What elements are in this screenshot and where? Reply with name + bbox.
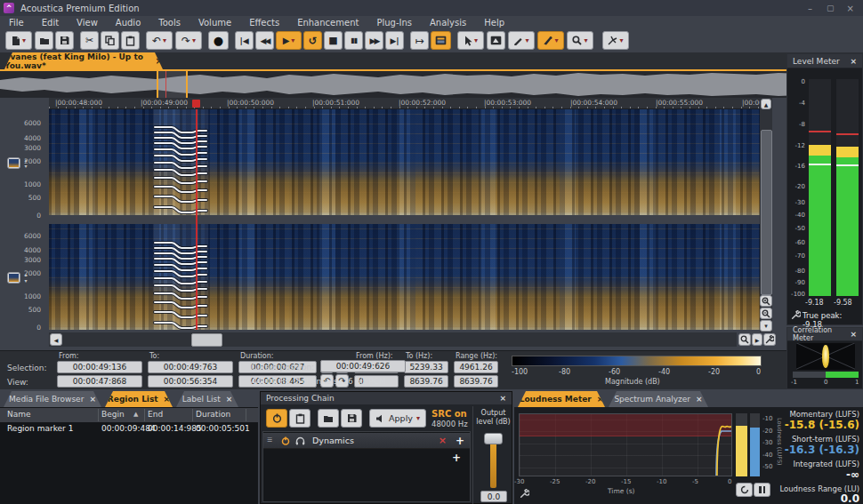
tab-close-icon[interactable]: × [597,395,604,404]
chain-item-dynamics[interactable]: ☰ Dynamics × + [263,433,470,449]
zoom-tool-caret[interactable]: ▾ [584,37,587,44]
document-tab[interactable]: Svanes (feat King Milo) - Up to You.wav*… [4,52,163,69]
stop-button[interactable]: ■ [324,31,343,50]
editor-settings-button[interactable] [763,333,776,346]
menu-enhancement[interactable]: Enhancement [288,18,367,28]
overview-marker-right[interactable] [186,71,188,98]
region-table-row[interactable]: Region marker 1 00:00:09:484 00:00:14:98… [0,423,258,436]
copy-button[interactable] [101,31,119,50]
loudness-pause-button[interactable] [754,483,770,497]
chain-power-button[interactable] [266,409,287,428]
new-file-caret[interactable]: ▾ [22,37,26,44]
ruler-cursor-marker[interactable] [192,100,200,108]
menu-plugins[interactable]: Plug-Ins [367,18,421,28]
skip-end-button[interactable]: ▶| [385,31,404,50]
column-end[interactable]: End [148,410,163,419]
menu-view[interactable]: View [68,18,107,28]
tab-close-icon[interactable]: × [226,395,233,404]
overview-marker-left[interactable] [157,71,158,98]
record-button[interactable]: ● [208,31,229,50]
cut-button[interactable]: ✂ [80,31,99,50]
scroll-up-button[interactable]: ▲ [761,99,771,109]
apply-caret[interactable]: ▾ [416,415,420,422]
region-tool-button[interactable] [487,31,505,50]
skip-start-button[interactable]: |◀ [235,31,254,50]
open-file-button[interactable] [35,31,53,50]
selection-to-field[interactable]: 00:00:49:763 [148,361,233,373]
spinner-down-icon[interactable]: ▾ [24,277,27,284]
sort-ascending-icon[interactable]: ▲ [133,411,138,418]
fast-forward-button[interactable]: ▶▶ [365,31,383,50]
chain-load-button[interactable] [318,409,339,428]
paste-button[interactable] [121,31,140,50]
column-name[interactable]: Name [7,410,31,419]
view-to-field[interactable]: 00:00:56:354 [148,375,233,388]
undo-button[interactable]: ↶▾ [146,31,173,50]
cursor-position-field[interactable]: 00:00:49:626 [320,360,406,372]
column-begin[interactable]: Begin [101,410,125,419]
pen-tool-button[interactable]: ▾ [508,31,535,50]
tab-label-list[interactable]: Label List × [176,391,238,407]
rewind-button[interactable]: ◀◀ [255,31,274,50]
chain-save-button[interactable] [341,409,362,428]
vertical-scroll-thumb[interactable] [761,130,772,295]
horizontal-scroll-thumb[interactable] [191,333,222,347]
menu-tools[interactable]: Tools [149,18,190,28]
menu-file[interactable]: File [0,18,33,28]
menu-effects[interactable]: Effects [240,18,288,28]
redo-button[interactable]: ↷▾ [175,31,202,50]
zoom-tool-button[interactable]: ▾ [567,31,593,50]
view-to-hz-field[interactable]: 8639.76 [404,375,448,388]
pen-tool-caret[interactable]: ▾ [525,37,528,44]
redo-caret[interactable]: ▾ [192,37,196,44]
horizontal-scrollbar[interactable]: ◀ [49,332,737,347]
play-button[interactable]: ▶▾ [276,31,302,50]
chain-clipboard-button[interactable] [289,409,311,428]
scroll-right-button[interactable]: ▶ [752,333,762,346]
view-range-hz-field[interactable]: 8639.76 [454,375,498,388]
loop-playback-button[interactable]: ↺ [303,31,322,50]
tab-region-list[interactable]: Region List × [105,391,173,407]
pause-button[interactable]: ▮▮ [344,31,363,50]
headphones-icon[interactable] [295,436,305,445]
selection-tool-caret[interactable]: ▾ [474,37,478,44]
wrench-icon[interactable] [791,310,801,320]
save-file-button[interactable] [55,31,74,50]
selection-tool-button[interactable]: ▾ [457,31,484,50]
tab-media-file-browser[interactable]: Media File Browser × [4,391,101,407]
output-level-value-field[interactable]: 0.0 [480,491,507,502]
region-table-header[interactable]: Name Begin ▲ End Duration [0,408,258,422]
maximize-button[interactable]: ▢ [827,4,835,12]
time-ruler[interactable]: |00:00:48:000 |00:00:49:000 |00:00:50:00… [49,98,760,109]
waveform-overview[interactable] [0,69,863,98]
selection-range-hz-field[interactable]: 4961.26 [454,361,498,373]
close-button[interactable]: × [847,4,854,13]
drag-handle-icon[interactable]: ☰ [267,439,276,442]
remove-effect-icon[interactable]: × [439,435,447,446]
zoom-out-vertical-button[interactable] [760,308,772,319]
menu-volume[interactable]: Volume [190,18,240,28]
follow-playback-button[interactable] [431,31,451,50]
freehand-caret[interactable]: ▾ [554,37,558,44]
zoom-in-vertical-button[interactable] [760,295,772,307]
menu-analysis[interactable]: Analysis [421,18,475,28]
output-level-slider-handle[interactable] [484,433,503,444]
tab-close-icon[interactable]: × [696,395,703,404]
view-from-field[interactable]: 00:00:47:868 [57,375,142,388]
undo-caret[interactable]: ▾ [163,37,166,44]
new-file-button[interactable]: ▾ [5,31,32,50]
menu-audio[interactable]: Audio [107,18,149,28]
tab-close-icon[interactable]: × [164,395,171,404]
freehand-select-tool-button[interactable]: ▾ [537,31,564,50]
vertical-zoom-menu-button[interactable]: ▾ [760,320,772,332]
scroll-left-button[interactable]: ◀ [50,333,62,346]
loudness-reset-button[interactable] [736,483,753,497]
level-meter-close-icon[interactable]: × [850,57,857,66]
apply-chain-button[interactable]: Apply ▾ [369,409,426,428]
tab-close-icon[interactable]: × [89,395,96,404]
menu-help[interactable]: Help [475,18,513,28]
misc-tool-caret[interactable]: ▾ [619,37,623,44]
add-effect-icon[interactable]: + [456,435,464,447]
zoom-horizontal-button[interactable] [738,333,751,346]
processing-chain-close-icon[interactable]: × [499,394,506,403]
